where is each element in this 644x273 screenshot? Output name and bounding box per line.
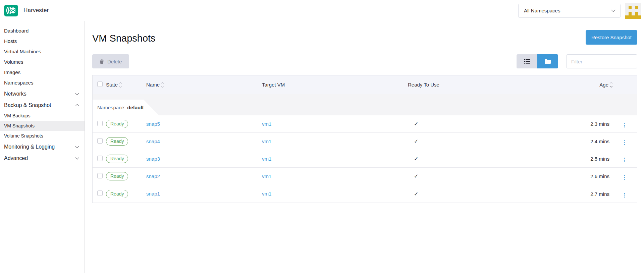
ready-checkmark-icon: ✓ [408, 138, 572, 145]
avatar-identicon[interactable] [625, 3, 641, 19]
sidebar-item-hosts[interactable]: Hosts [0, 36, 85, 46]
sidebar-item-virtual-machines[interactable]: Virtual Machines [0, 46, 85, 57]
sidebar-item-images[interactable]: Images [0, 67, 85, 77]
age-value: 2.4 mins [572, 139, 613, 144]
namespace-group-tab: Namespace: default [93, 100, 159, 115]
sidebar-nav: Dashboard Hosts Virtual Machines Volumes… [0, 21, 85, 273]
sidebar-item-vm-snapshots[interactable]: VM Snapshots [0, 121, 85, 131]
row-checkbox[interactable] [97, 156, 103, 161]
ready-checkmark-icon: ✓ [408, 156, 572, 162]
column-header-name[interactable]: Name [146, 82, 262, 88]
row-checkbox[interactable] [97, 138, 103, 144]
app-header: Harvester All Namespaces [0, 0, 644, 21]
ready-checkmark-icon: ✓ [408, 121, 572, 127]
sidebar-group-backup-snapshot[interactable]: Backup & Snapshot [0, 100, 85, 111]
sidebar-item-vm-backups[interactable]: VM Backups [0, 111, 85, 121]
target-vm-link[interactable]: vm1 [262, 191, 271, 197]
harvester-logo-icon[interactable] [4, 5, 18, 16]
column-header-age[interactable]: Age [599, 82, 613, 88]
age-value: 2.7 mins [572, 191, 613, 197]
row-checkbox[interactable] [97, 121, 103, 126]
target-vm-link[interactable]: vm1 [262, 121, 271, 127]
column-header-ready-to-use[interactable]: Ready To Use [408, 82, 572, 88]
filter-input[interactable] [566, 54, 637, 68]
sidebar-item-volume-snapshots[interactable]: Volume Snapshots [0, 131, 85, 141]
status-badge: Ready [106, 137, 128, 146]
target-vm-link[interactable]: vm1 [262, 139, 271, 144]
trash-icon [100, 59, 104, 64]
snapshot-name-link[interactable]: snap2 [146, 173, 160, 179]
chevron-down-icon [75, 156, 79, 159]
status-badge: Ready [106, 120, 128, 128]
sort-icon [119, 83, 121, 87]
namespace-filter-dropdown[interactable]: All Namespaces [518, 4, 621, 18]
chevron-up-icon [75, 104, 79, 108]
snapshots-table: State Name Target VM Ready To Use Age [92, 75, 637, 203]
sidebar-group-monitoring-logging[interactable]: Monitoring & Logging [0, 141, 85, 152]
sidebar-group-networks[interactable]: Networks [0, 88, 85, 99]
row-actions-menu-button[interactable] [623, 121, 627, 129]
namespace-group-row: Namespace: default [93, 94, 637, 115]
column-header-state[interactable]: State [106, 82, 146, 88]
main-content: VM Snapshots Restore Snapshot Delete [85, 21, 644, 273]
ready-checkmark-icon: ✓ [408, 191, 572, 197]
table-header-row: State Name Target VM Ready To Use Age [93, 75, 637, 94]
row-actions-menu-button[interactable] [623, 139, 627, 146]
list-view-button[interactable] [517, 54, 537, 68]
wheat-hexagon-glyph [6, 7, 16, 14]
snapshot-name-link[interactable]: snap5 [146, 121, 160, 127]
row-checkbox[interactable] [97, 173, 103, 178]
namespace-filter-value: All Namespaces [524, 8, 560, 13]
snapshot-name-link[interactable]: snap1 [146, 191, 160, 197]
snapshot-name-link[interactable]: snap3 [146, 156, 160, 162]
sort-icon-active-desc [610, 83, 612, 87]
status-badge: Ready [106, 190, 128, 198]
snapshot-name-link[interactable]: snap4 [146, 139, 160, 144]
row-checkbox[interactable] [97, 190, 103, 196]
age-value: 2.5 mins [572, 156, 613, 162]
sidebar-item-volumes[interactable]: Volumes [0, 57, 85, 67]
table-row: Ready snap4 vm1 ✓ 2.4 mins [93, 133, 637, 150]
age-value: 2.3 mins [572, 121, 613, 127]
row-actions-menu-button[interactable] [623, 192, 627, 199]
sort-icon [161, 83, 163, 87]
status-badge: Ready [106, 172, 128, 180]
restore-snapshot-button[interactable]: Restore Snapshot [586, 30, 637, 45]
namespace-group-value: default [127, 105, 144, 110]
page-title: VM Snapshots [92, 33, 156, 44]
folder-icon [545, 59, 551, 64]
row-actions-menu-button[interactable] [623, 174, 627, 181]
table-row: Ready snap1 vm1 ✓ 2.7 mins [93, 185, 637, 203]
status-badge: Ready [106, 155, 128, 163]
sidebar-item-namespaces[interactable]: Namespaces [0, 77, 85, 88]
grouped-view-button[interactable] [537, 54, 558, 68]
view-mode-toggle [517, 54, 558, 68]
table-toolbar: Delete [92, 54, 637, 68]
chevron-down-icon [75, 91, 79, 95]
sidebar-group-advanced[interactable]: Advanced [0, 153, 85, 164]
ready-checkmark-icon: ✓ [408, 173, 572, 179]
row-actions-menu-button[interactable] [623, 156, 627, 164]
column-header-target-vm[interactable]: Target VM [262, 82, 408, 88]
sidebar-item-dashboard[interactable]: Dashboard [0, 25, 85, 36]
table-row: Ready snap5 vm1 ✓ 2.3 mins [93, 115, 637, 133]
chevron-down-icon [611, 8, 615, 12]
age-value: 2.6 mins [572, 173, 613, 179]
app-title: Harvester [23, 7, 49, 14]
target-vm-link[interactable]: vm1 [262, 156, 271, 162]
table-row: Ready snap2 vm1 ✓ 2.6 mins [93, 168, 637, 185]
delete-button[interactable]: Delete [92, 54, 129, 68]
list-icon [524, 59, 530, 64]
chevron-down-icon [75, 144, 79, 148]
target-vm-link[interactable]: vm1 [262, 173, 271, 179]
select-all-checkbox[interactable] [97, 81, 103, 87]
table-row: Ready snap3 vm1 ✓ 2.5 mins [93, 150, 637, 168]
